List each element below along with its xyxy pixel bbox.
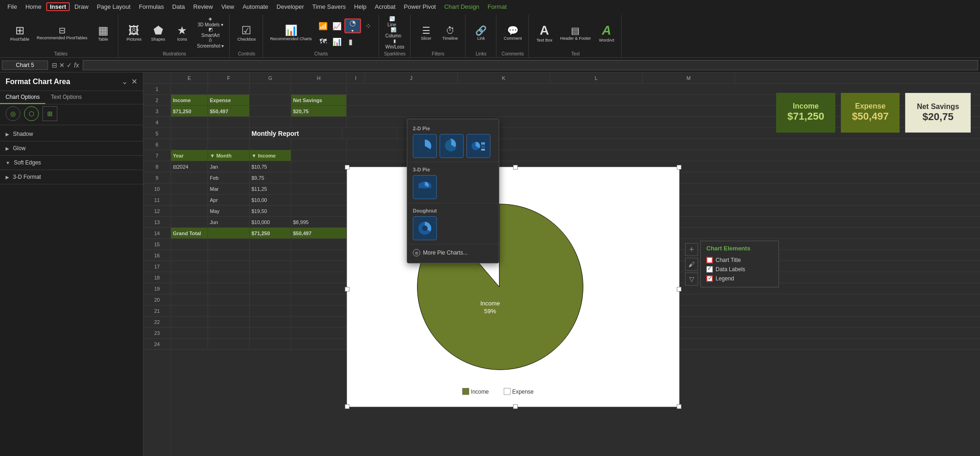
soft-edges-header[interactable]: ▼ Soft Edges [0, 156, 143, 170]
cell-f2[interactable]: Expense [208, 95, 250, 105]
cell-f13[interactable]: Jun [208, 217, 250, 227]
menu-page-layout[interactable]: Page Layout [93, 2, 134, 11]
col-header-h[interactable]: H [291, 73, 347, 83]
col-header-k[interactable]: K [458, 73, 550, 83]
cell-e4[interactable] [171, 117, 208, 128]
formula-fx-icon[interactable]: fx [74, 61, 79, 69]
cell-f14[interactable] [208, 228, 250, 238]
col-header-j[interactable]: J [365, 73, 458, 83]
cell-h14[interactable]: $50,497 [291, 228, 347, 238]
pie-3d-1-btn[interactable] [413, 175, 437, 199]
cell-f9[interactable]: Feb [208, 172, 250, 183]
formula-expand-icon[interactable]: ⊟ [52, 61, 57, 69]
bar-chart-button[interactable]: 📶 [317, 18, 330, 33]
menu-draw[interactable]: Draw [71, 2, 92, 11]
effects-icon[interactable]: ⬡ [24, 106, 39, 121]
wordart-button[interactable]: A WordArt [595, 17, 618, 50]
formula-cancel-icon[interactable]: ✕ [59, 61, 65, 69]
cell-g12[interactable]: $19,50 [250, 206, 291, 216]
comment-button[interactable]: 💬 Comment [501, 17, 525, 50]
menu-review[interactable]: Review [190, 2, 217, 11]
menu-chart-design[interactable]: Chart Design [441, 2, 483, 11]
col-header-e[interactable]: E [171, 73, 208, 83]
cell-f1[interactable] [208, 84, 250, 94]
menu-developer[interactable]: Developer [273, 2, 307, 11]
pie-2d-2-btn[interactable] [440, 134, 464, 158]
glow-header[interactable]: ▶ Glow [0, 141, 143, 155]
cell-e1[interactable] [171, 84, 208, 94]
legend-checkbox[interactable]: ✓ [706, 275, 713, 282]
cell-e3[interactable]: $71,250 [171, 106, 208, 116]
formula-input[interactable] [83, 60, 978, 70]
col-header-m[interactable]: M [643, 73, 735, 83]
cell-g8[interactable]: $10,75 [250, 161, 291, 172]
cell-g14[interactable]: $71,250 [250, 228, 291, 238]
3d-format-header[interactable]: ▶ 3-D Format [0, 170, 143, 184]
cell-g9[interactable]: $9,75 [250, 172, 291, 183]
pie-2d-3-btn[interactable] [466, 134, 490, 158]
tab-chart-options[interactable]: Chart Options [0, 91, 45, 104]
cell-f6[interactable] [208, 139, 250, 150]
scatter-chart-button[interactable]: ⁘ [362, 18, 375, 33]
chart-container[interactable]: Income 59% Expense 41% Income Expense [347, 167, 680, 407]
name-box[interactable]: Chart 5 [2, 61, 48, 70]
donut-1-btn[interactable] [413, 216, 437, 240]
handle-ml[interactable] [345, 287, 349, 292]
pivotchart-button[interactable]: 📊 [331, 34, 343, 49]
shadow-header[interactable]: ▶ Shadow [0, 127, 143, 141]
cell-h11[interactable] [291, 195, 347, 205]
handle-tr[interactable] [677, 165, 681, 170]
column-spark-button[interactable]: 📊 Column [384, 28, 403, 38]
add-chart-element-btn[interactable]: + [685, 243, 698, 256]
panel-minimize-btn[interactable]: ⌄ [122, 77, 128, 86]
cell-e15[interactable] [171, 239, 208, 249]
cell-g7[interactable]: ▼ Income [250, 150, 291, 161]
cell-e10[interactable] [171, 183, 208, 194]
maps-button[interactable]: 🗺 [317, 34, 330, 49]
cell-g1[interactable] [250, 84, 291, 94]
cell-g10[interactable]: $11,25 [250, 183, 291, 194]
chart-filter-btn[interactable]: ▽ [685, 273, 698, 286]
chart-style-btn[interactable]: 🖌 [685, 258, 698, 271]
cell-h2[interactable]: Net Savings [291, 95, 347, 105]
win-loss-spark-button[interactable]: ▮ Win/Loss [384, 39, 406, 49]
icons-button[interactable]: ★ Icons [171, 17, 193, 50]
recommended-charts-button[interactable]: 📊 Recommended Charts [268, 17, 315, 50]
table-button[interactable]: ▦ Table [92, 17, 114, 50]
cell-h8[interactable] [291, 161, 347, 172]
formula-confirm-icon[interactable]: ✓ [67, 61, 72, 69]
cell-g3[interactable] [250, 106, 291, 116]
menu-format[interactable]: Format [484, 2, 510, 11]
cell-e12[interactable] [171, 206, 208, 216]
cell-h10[interactable] [291, 183, 347, 194]
cell-h1[interactable] [291, 84, 347, 94]
cell-f8[interactable]: Jan [208, 161, 250, 172]
cell-f11[interactable]: Apr [208, 195, 250, 205]
menu-data[interactable]: Data [169, 2, 189, 11]
panel-close-btn[interactable]: ✕ [131, 77, 137, 86]
cell-e14[interactable]: Grand Total [171, 228, 208, 238]
cell-f7[interactable]: ▼ Month [208, 150, 250, 161]
menu-power-pivot[interactable]: Power Pivot [400, 2, 440, 11]
cell-f4[interactable] [208, 117, 250, 128]
slicer-button[interactable]: ☰ Slicer [415, 17, 437, 50]
cell-h7[interactable] [291, 150, 347, 161]
size-icon[interactable]: ⊞ [43, 106, 57, 121]
handle-bm[interactable] [513, 404, 518, 409]
col-header-l[interactable]: L [550, 73, 643, 83]
line-chart-button[interactable]: 📈 [331, 18, 343, 33]
header-footer-button[interactable]: ▤ Header & Footer [557, 17, 594, 50]
checkbox-button[interactable]: ☑ Checkbox [234, 17, 258, 50]
cell-g2[interactable] [250, 95, 291, 105]
cell-g5[interactable]: Monthly Report [250, 128, 342, 139]
cell-h4[interactable] [291, 117, 347, 128]
screenshot-button[interactable]: ⎙ Screenshot ▾ [195, 38, 226, 48]
cell-h3[interactable]: $20,75 [291, 106, 347, 116]
col-header-f[interactable]: F [208, 73, 250, 83]
cell-g11[interactable]: $10,00 [250, 195, 291, 205]
cell-e7[interactable]: Year [171, 150, 208, 161]
cell-e8[interactable]: ⊟2024 [171, 161, 208, 172]
cell-f3[interactable]: $50,497 [208, 106, 250, 116]
cell-h13[interactable]: $8,995 [291, 217, 347, 227]
col-header-i[interactable]: I [347, 73, 365, 83]
